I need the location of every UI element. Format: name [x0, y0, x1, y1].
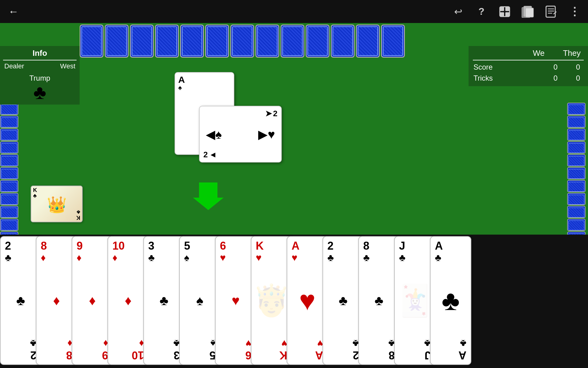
left-card-1	[0, 116, 18, 128]
hand-card-5[interactable]: 5 ♠ ♠ 5 ♠	[179, 236, 221, 365]
top-card-0	[80, 25, 104, 58]
top-card-3	[155, 25, 179, 58]
top-card-6	[230, 25, 254, 58]
hand-card-3[interactable]: 10 ♦ ♦ 10 ♦	[107, 236, 149, 365]
they-label: They	[563, 48, 581, 58]
card-rank-tl: 9	[77, 240, 83, 251]
card-rank-br: 6	[245, 350, 251, 361]
card-center: ♥	[232, 293, 239, 308]
right-card-8	[567, 206, 586, 218]
card-suit-br: ♣	[460, 339, 466, 348]
ace-suit-top: ♠	[178, 84, 182, 91]
notes-button[interactable]	[544, 4, 559, 19]
hand-card-10[interactable]: 8 ♣ ♣ 8 ♣	[358, 236, 400, 365]
card-rank-br: K	[279, 350, 287, 361]
card-rank-br: 5	[209, 350, 216, 361]
king-card-inner: K♣ 👑 K♣	[31, 186, 82, 222]
score-header: We They	[473, 48, 584, 60]
topbar-left: ←	[6, 4, 21, 19]
top-card-4	[180, 25, 204, 58]
back-button[interactable]: ←	[6, 4, 21, 19]
we-tricks: 0	[553, 74, 557, 82]
top-card-10	[331, 25, 355, 58]
card-rank-br: 10	[132, 350, 144, 361]
svg-rect-4	[505, 12, 510, 17]
king-card[interactable]: K♣ 👑 K♣	[31, 186, 83, 222]
two-rank-top: ➤2	[265, 109, 277, 118]
topbar: ← ↩ ? ⋮	[0, 0, 588, 23]
left-card-3	[0, 141, 18, 154]
left-card-0	[0, 103, 18, 115]
left-card-6	[0, 180, 18, 192]
hand-card-1[interactable]: 8 ♦ ♦ 8 ♦	[36, 236, 77, 365]
card-rank-tl: 8	[41, 240, 47, 251]
two-of-spades-card[interactable]: ➤2 ◀♠ ▶♥ 2◄	[199, 106, 282, 163]
card-rank-tl: 10	[112, 240, 125, 251]
card-suit-br: ♣	[30, 339, 36, 348]
ace-center: ♣	[442, 285, 460, 316]
two-suit-right: ▶♥	[258, 127, 275, 141]
they-score: 0	[576, 63, 580, 71]
right-card-5	[567, 167, 586, 179]
hand-card-6[interactable]: 6 ♥ ♥ 6 ♥	[215, 236, 256, 365]
card-suit-br: ♣	[388, 339, 395, 348]
more-button[interactable]: ⋮	[567, 4, 582, 19]
card-suit-tl: ♣	[399, 253, 405, 263]
hand-card-4[interactable]: 3 ♣ ♣ 3 ♣	[143, 236, 185, 365]
top-card-8	[281, 25, 304, 58]
face-symbol: 🤴	[252, 282, 291, 319]
card-rank-br: 3	[174, 350, 180, 361]
svg-rect-7	[526, 8, 533, 17]
card-rank-br: J	[424, 350, 431, 361]
card-suit-tl: ♦	[41, 253, 46, 263]
right-card-7	[567, 193, 586, 205]
hand-area: 2 ♣ ♣ 2 ♣ 8 ♦ ♦ 8 ♦ 9 ♦ ♦ 9 ♦ 10 ♦ ♦ 10 …	[0, 235, 588, 368]
topbar-right: ↩ ? ⋮	[451, 4, 582, 19]
hand-card-11[interactable]: J ♣ 🃏 J ♣	[394, 236, 435, 365]
hand-card-12[interactable]: A ♣ ♣ A ♣	[430, 236, 471, 365]
trump-suit-symbol: ♣	[3, 82, 77, 102]
hand-card-2[interactable]: 9 ♦ ♦ 9 ♦	[72, 236, 113, 365]
tricks-row: Tricks 0 0	[473, 73, 584, 84]
card-suit-tl: ♣	[5, 253, 11, 263]
score-values: 0 0	[553, 63, 583, 71]
dealer-value: West	[60, 62, 75, 70]
right-card-6	[567, 180, 586, 192]
tricks-values: 0 0	[553, 74, 583, 82]
hand-card-7[interactable]: K ♥ 🤴 K ♥	[251, 236, 292, 365]
hand-card-0[interactable]: 2 ♣ ♣ 2 ♣	[0, 236, 41, 365]
card-center: ♦	[125, 293, 131, 308]
card-center: ♣	[375, 293, 383, 308]
card-rank-tl: A	[292, 240, 300, 251]
help-button[interactable]: ?	[474, 4, 489, 19]
top-card-7	[255, 25, 279, 58]
card-center: ♦	[53, 293, 60, 308]
left-card-5	[0, 167, 18, 179]
card-suit-tl: ♣	[327, 253, 334, 263]
card-rank-tl: 8	[363, 240, 369, 251]
top-card-9	[306, 25, 330, 58]
card-rank-tl: A	[435, 240, 443, 251]
hand-card-9[interactable]: 2 ♣ ♣ 2 ♣	[322, 236, 364, 365]
card-rank-br: 2	[30, 350, 36, 361]
top-card-2	[130, 25, 154, 58]
top-card-12	[381, 25, 405, 58]
cards-button[interactable]	[521, 4, 535, 19]
score-row: Score 0 0	[473, 62, 584, 73]
right-card-1	[567, 116, 586, 128]
score-label: Score	[473, 63, 493, 71]
card-rank-tl: J	[399, 240, 405, 251]
undo-button[interactable]: ↩	[451, 4, 466, 19]
left-card-4	[0, 154, 18, 167]
card-suit-br: ♣	[352, 339, 359, 348]
add-button[interactable]	[497, 4, 512, 19]
card-rank-br: 9	[102, 350, 108, 361]
two-suit-left: ◀♠	[206, 127, 222, 141]
right-card-0	[567, 103, 586, 115]
king-face-icon: 👑	[47, 195, 67, 214]
hand-card-8[interactable]: A ♥ ♥ A ♥	[287, 236, 328, 365]
right-card-4	[567, 154, 586, 167]
right-card-3	[567, 141, 586, 154]
top-card-5	[205, 25, 229, 58]
ace-center: ♥	[299, 285, 315, 316]
